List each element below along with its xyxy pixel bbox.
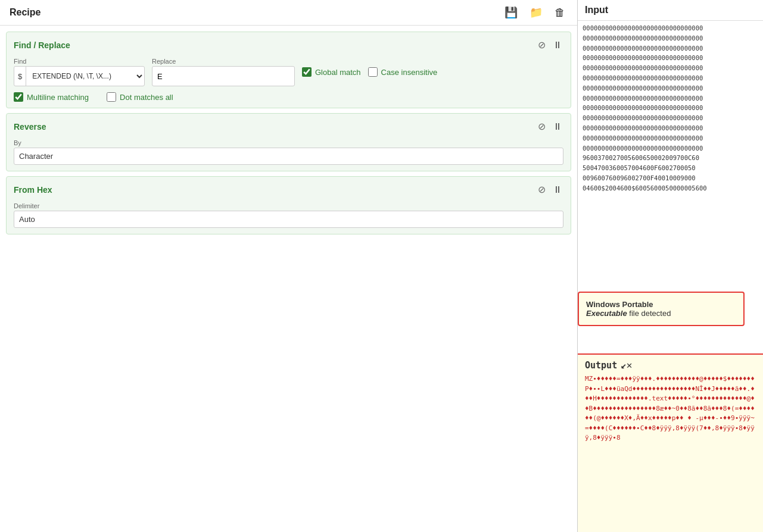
find-replace-header: Find / Replace ⊘ ⏸: [14, 38, 563, 52]
tooltip-warning: Windows Portable Executable file detecte…: [586, 300, 736, 318]
right-panel: Input 00000000000000000000000000000000 0…: [578, 0, 763, 532]
global-match-group: Global match: [302, 67, 361, 77]
from-hex-header: From Hex ⊘ ⏸: [14, 183, 563, 196]
find-replace-pause-btn[interactable]: ⏸: [552, 39, 563, 52]
delimiter-field[interactable]: Auto: [14, 211, 563, 228]
input-text: 00000000000000000000000000000000 0000000…: [583, 23, 758, 193]
find-replace-disable-btn[interactable]: ⊘: [537, 38, 547, 52]
output-section: Output ↙✕ MZ•♦♦♦♦♦=♦♦♦ÿÿ♦♦♦.♦♦♦♦♦♦♦♦♦♦♦@…: [578, 353, 763, 532]
from-hex-section: From Hex ⊘ ⏸ Delimiter Auto: [6, 176, 571, 234]
find-replace-controls: ⊘ ⏸: [537, 38, 563, 52]
global-match-checkbox[interactable]: [302, 67, 312, 77]
reverse-pause-btn[interactable]: ⏸: [552, 120, 563, 133]
reverse-title: Reverse: [14, 122, 46, 132]
reverse-header: Reverse ⊘ ⏸: [14, 120, 563, 133]
save-button[interactable]: 💾: [502, 5, 520, 20]
left-panel: Recipe 💾 📁 🗑 Find / Replace ⊘ ⏸ Find $: [0, 0, 578, 532]
by-field[interactable]: Character: [14, 148, 563, 165]
find-replace-section: Find / Replace ⊘ ⏸ Find $ EXTENDED (\N, …: [6, 32, 571, 108]
folder-button[interactable]: 📁: [527, 5, 545, 20]
case-insensitive-label[interactable]: Case insensitive: [381, 68, 438, 77]
recipe-header: Recipe 💾 📁 🗑: [0, 0, 577, 26]
from-hex-disable-btn[interactable]: ⊘: [537, 183, 547, 196]
tooltip-windows-portable: Windows Portable: [586, 300, 653, 309]
by-field-group: By Character: [14, 139, 563, 165]
from-hex-pause-btn[interactable]: ⏸: [552, 183, 563, 196]
replace-field-group: Replace: [152, 58, 295, 86]
options-row: Multiline matching Dot matches all: [14, 92, 563, 102]
case-insensitive-checkbox[interactable]: [368, 67, 378, 77]
delimiter-label: Delimiter: [14, 202, 563, 209]
multiline-group: Multiline matching: [14, 92, 89, 102]
delimiter-field-group: Delimiter Auto: [14, 202, 563, 228]
find-replace-row: Find $ EXTENDED (\N, \T, \X...) Replace …: [14, 58, 563, 86]
from-hex-controls: ⊘ ⏸: [537, 183, 563, 196]
tooltip-file-detected: file detected: [629, 309, 671, 318]
find-prefix: $: [14, 67, 26, 86]
case-insensitive-group: Case insensitive: [368, 67, 438, 77]
right-header: Input: [578, 0, 763, 21]
delete-button[interactable]: 🗑: [552, 5, 568, 20]
dot-matches-checkbox[interactable]: [107, 92, 116, 102]
global-match-label[interactable]: Global match: [315, 68, 361, 77]
tooltip-overlay: Windows Portable Executable file detecte…: [578, 292, 745, 326]
input-title: Input: [585, 5, 608, 15]
find-field-group: Find $ EXTENDED (\N, \T, \X...): [14, 58, 145, 86]
output-title: Output: [585, 360, 617, 371]
output-text: MZ•♦♦♦♦♦=♦♦♦ÿÿ♦♦♦.♦♦♦♦♦♦♦♦♦♦♦@♦♦♦♦♦$♦♦♦♦…: [585, 374, 756, 443]
dot-matches-label[interactable]: Dot matches all: [120, 93, 173, 102]
replace-input[interactable]: [152, 66, 295, 86]
find-label: Find: [14, 58, 145, 65]
output-header: Output ↙✕: [585, 359, 756, 371]
by-label: By: [14, 139, 563, 146]
tooltip-executable: Executable: [586, 309, 627, 318]
find-replace-title: Find / Replace: [14, 40, 70, 50]
output-icon[interactable]: ↙✕: [621, 359, 632, 371]
multiline-checkbox[interactable]: [14, 92, 23, 102]
recipe-title: Recipe: [10, 7, 41, 18]
header-icons: 💾 📁 🗑: [502, 5, 568, 20]
dot-matches-group: Dot matches all: [107, 92, 173, 102]
reverse-controls: ⊘ ⏸: [537, 120, 563, 133]
replace-label: Replace: [152, 58, 295, 65]
multiline-label[interactable]: Multiline matching: [27, 93, 89, 102]
from-hex-title: From Hex: [14, 185, 52, 195]
reverse-section: Reverse ⊘ ⏸ By Character: [6, 113, 571, 171]
find-input-wrapper: $ EXTENDED (\N, \T, \X...): [14, 66, 145, 86]
find-mode-select[interactable]: EXTENDED (\N, \T, \X...): [26, 71, 144, 81]
reverse-disable-btn[interactable]: ⊘: [537, 120, 547, 133]
